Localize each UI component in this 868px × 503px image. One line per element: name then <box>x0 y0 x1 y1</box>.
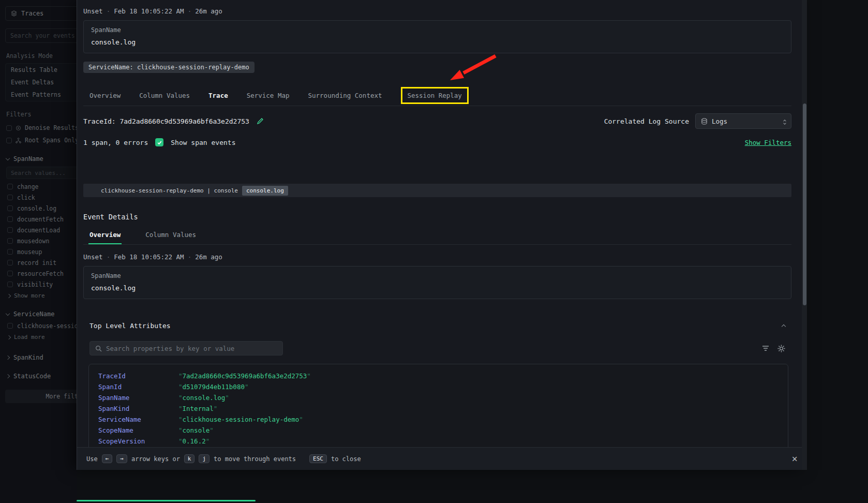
logs-icon <box>701 118 708 125</box>
attribute-key: TraceId <box>98 371 178 381</box>
collapse-section-button[interactable] <box>782 322 785 330</box>
attribute-value: "console.log" <box>178 392 229 403</box>
keyboard-hints-footer: Use ← → arrow keys or k j to move throug… <box>77 447 807 470</box>
subtab-column-values[interactable]: Column Values <box>144 226 197 244</box>
top-level-attributes-heading: Top Level Attributes <box>89 322 171 330</box>
esc-key: ESC <box>309 454 327 463</box>
table-row[interactable]: SpanKind "Internal" <box>89 403 788 414</box>
table-row[interactable]: SpanId "d51079d4eb11b080" <box>89 381 788 392</box>
attribute-key: SpanKind <box>98 403 178 414</box>
footer-arrows-text: arrow keys or <box>131 455 180 463</box>
event-side-panel: Unset·Feb 18 10:05:22 AM·26m ago SpanNam… <box>77 0 807 470</box>
event-relative-time: 26m ago <box>195 7 222 15</box>
arrow-left-key: ← <box>102 454 113 463</box>
tab-session-replay[interactable]: Session Replay <box>401 87 469 104</box>
separator-dot: · <box>107 7 111 15</box>
bottom-progress-line <box>77 500 256 501</box>
separator-dot: · <box>188 253 192 261</box>
tab-column-values[interactable]: Column Values <box>139 85 190 106</box>
span-name-card: SpanName console.log <box>83 20 791 53</box>
check-icon <box>157 140 162 145</box>
log-source-select[interactable]: Logs <box>695 113 791 129</box>
span-summary-row: 1 span, 0 errors Show span events Show F… <box>83 138 791 146</box>
scrollbar-thumb[interactable] <box>803 103 806 305</box>
trace-id-value: 7ad2ad8660c9d53969a6bf6a3e2d2753 <box>119 117 249 125</box>
annotation-arrow-icon <box>443 52 501 86</box>
event-meta-row: Unset·Feb 18 10:05:22 AM·26m ago <box>83 245 791 261</box>
edit-trace-id-button[interactable] <box>257 117 264 125</box>
span-name-card: SpanName console.log <box>83 266 791 299</box>
attribute-value: "0.16.2" <box>178 436 209 447</box>
j-key: j <box>199 454 209 463</box>
table-row[interactable]: ScopeName "console" <box>89 425 788 436</box>
chevron-up-icon <box>782 324 786 329</box>
span-name-card-value: console.log <box>91 284 784 292</box>
status-badge: Unset <box>83 7 103 15</box>
log-source-value: Logs <box>712 117 727 125</box>
footer-move-text: to move through events <box>214 455 296 463</box>
show-span-events-checkbox[interactable] <box>155 138 163 146</box>
trace-toolbar: TraceId: 7ad2ad8660c9d53969a6bf6a3e2d275… <box>83 113 791 129</box>
event-timestamp: Feb 18 10:05:22 AM <box>114 7 184 15</box>
tab-trace[interactable]: Trace <box>208 85 228 106</box>
select-chevrons-icon <box>784 118 786 124</box>
attributes-table: TraceId "7ad2ad8660c9d53969a6bf6a3e2d275… <box>88 364 788 447</box>
event-details-tabs: Overview Column Values <box>83 226 791 245</box>
show-filters-link[interactable]: Show Filters <box>745 139 791 146</box>
separator-dot: · <box>107 253 111 261</box>
table-row[interactable]: SpanName "console.log" <box>89 392 788 403</box>
event-relative-time: 26m ago <box>195 253 222 261</box>
timeline-span-chip[interactable]: console.log <box>242 186 288 196</box>
service-name-badge[interactable]: ServiceName: clickhouse-session-replay-d… <box>83 62 255 73</box>
span-name-card-label: SpanName <box>91 26 784 34</box>
attribute-value: "clickhouse-session-replay-demo" <box>178 414 303 425</box>
attribute-value: "d51079d4eb11b080" <box>178 381 248 392</box>
attribute-key: SpanId <box>98 381 178 392</box>
attribute-key: ServiceName <box>98 414 178 425</box>
status-badge: Unset <box>83 253 103 261</box>
attribute-value: "7ad2ad8660c9d53969a6bf6a3e2d2753" <box>178 371 311 381</box>
modal-dim-overlay <box>0 0 77 503</box>
property-search-box[interactable] <box>89 341 283 356</box>
k-key: k <box>184 454 195 463</box>
attribute-value: "console" <box>178 425 214 436</box>
table-row[interactable]: TraceId "7ad2ad8660c9d53969a6bf6a3e2d275… <box>89 371 788 381</box>
pencil-icon <box>257 117 264 125</box>
span-count-text: 1 span, 0 errors <box>83 139 148 146</box>
show-span-events-label: Show span events <box>171 139 235 146</box>
trace-id-label: TraceId: <box>83 117 116 125</box>
span-name-card-value: console.log <box>91 38 784 46</box>
event-meta-row: Unset·Feb 18 10:05:22 AM·26m ago <box>83 0 791 15</box>
property-search-input[interactable] <box>106 345 277 352</box>
separator-dot: · <box>188 7 192 15</box>
attribute-value: "Internal" <box>178 403 217 414</box>
gear-icon[interactable] <box>777 345 785 352</box>
event-timestamp: Feb 18 10:05:22 AM <box>114 253 184 261</box>
close-panel-button[interactable]: × <box>792 454 798 464</box>
arrow-right-key: → <box>116 454 127 463</box>
footer-use-text: Use <box>86 455 98 463</box>
attribute-key: ScopeVersion <box>98 436 178 447</box>
table-row[interactable]: ScopeVersion "0.16.2" <box>89 436 788 447</box>
footer-close-text: to close <box>331 455 361 463</box>
scrollbar-track[interactable] <box>802 0 807 470</box>
table-row[interactable]: ServiceName "clickhouse-session-replay-d… <box>89 414 788 425</box>
span-name-card-label: SpanName <box>91 272 784 279</box>
event-details-heading: Event Details <box>83 213 791 221</box>
attribute-key: SpanName <box>98 392 178 403</box>
trace-waterfall-row[interactable]: clickhouse-session-replay-demo | console… <box>83 184 791 197</box>
tab-surrounding-context[interactable]: Surrounding Context <box>308 85 382 106</box>
filters-sidebar: Traces Analysis Mode Results Table Event… <box>0 0 77 503</box>
filter-lines-icon[interactable] <box>762 345 769 351</box>
attribute-key: ScopeName <box>98 425 178 436</box>
correlated-log-source-label: Correlated Log Source <box>604 117 689 125</box>
tab-service-map[interactable]: Service Map <box>247 85 290 106</box>
subtab-overview[interactable]: Overview <box>88 226 122 244</box>
search-icon <box>95 345 102 352</box>
panel-tabs: Overview Column Values Trace Service Map… <box>83 85 791 106</box>
timeline-span-label: clickhouse-session-replay-demo | console <box>101 187 238 194</box>
tab-overview[interactable]: Overview <box>89 85 121 106</box>
trace-id-text: TraceId: 7ad2ad8660c9d53969a6bf6a3e2d275… <box>83 117 249 125</box>
